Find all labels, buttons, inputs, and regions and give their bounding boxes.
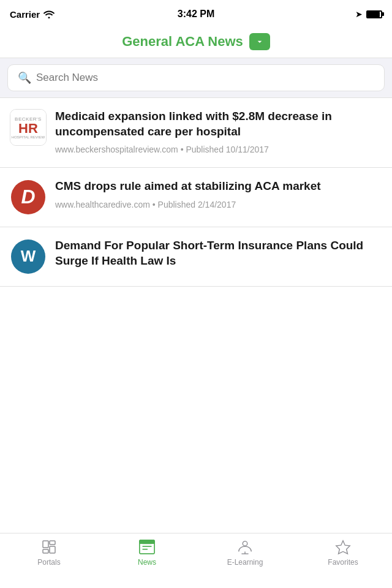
favorites-icon xyxy=(334,538,352,556)
svg-rect-0 xyxy=(43,541,48,548)
tab-favorites-label: Favorites xyxy=(328,558,358,567)
tab-elearning-label: E-Learning xyxy=(227,558,263,567)
news-meta-2: www.healthcaredive.com • Published 2/14/… xyxy=(55,199,382,211)
news-list: BECKER'S HR HOSPITAL REVIEW Medicaid exp… xyxy=(0,98,392,564)
carrier-text: Carrier xyxy=(10,9,40,20)
search-container: 🔍 xyxy=(0,58,392,98)
svg-rect-1 xyxy=(43,549,48,553)
search-input[interactable] xyxy=(36,72,374,84)
tab-favorites[interactable]: Favorites xyxy=(294,538,392,567)
dropdown-button[interactable] xyxy=(249,33,270,50)
news-title-3: Demand For Popular Short-Term Insurance … xyxy=(55,238,382,268)
tab-elearning[interactable]: E-Learning xyxy=(196,538,294,567)
header: General ACA News xyxy=(0,27,392,58)
svg-rect-8 xyxy=(140,540,154,544)
news-logo-hr: BECKER'S HR HOSPITAL REVIEW xyxy=(10,109,47,146)
status-bar: Carrier 3:42 PM ➤ xyxy=(0,0,392,27)
news-logo-d: D xyxy=(10,179,47,216)
portals-icon xyxy=(40,538,58,556)
news-item[interactable]: W Demand For Popular Short-Term Insuranc… xyxy=(0,227,392,287)
tab-bar: Portals News E-Learning xyxy=(0,533,392,588)
news-item[interactable]: D CMS drops rule aimed at stabilizing AC… xyxy=(0,168,392,227)
svg-point-9 xyxy=(243,541,247,546)
news-content-1: Medicaid expansion linked with $2.8M dec… xyxy=(55,109,382,156)
svg-rect-2 xyxy=(50,541,55,545)
news-title-2: CMS drops rule aimed at stabilizing ACA … xyxy=(55,179,382,194)
news-content-3: Demand For Popular Short-Term Insurance … xyxy=(55,238,382,273)
chevron-down-icon xyxy=(255,37,265,47)
tab-news-label: News xyxy=(138,558,156,567)
location-icon: ➤ xyxy=(355,9,363,19)
status-time: 3:42 PM xyxy=(178,9,214,20)
search-icon: 🔍 xyxy=(18,71,31,85)
tab-portals[interactable]: Portals xyxy=(0,538,98,567)
svg-rect-3 xyxy=(50,546,55,553)
news-item[interactable]: BECKER'S HR HOSPITAL REVIEW Medicaid exp… xyxy=(0,98,392,168)
news-icon xyxy=(138,538,156,556)
news-content-2: CMS drops rule aimed at stabilizing ACA … xyxy=(55,179,382,211)
elearning-icon xyxy=(236,538,254,556)
status-carrier: Carrier xyxy=(10,9,55,20)
search-bar[interactable]: 🔍 xyxy=(7,64,385,91)
svg-marker-12 xyxy=(336,541,350,554)
news-meta-1: www.beckershospitalreview.com • Publishe… xyxy=(55,144,382,156)
news-logo-wp: W xyxy=(10,238,47,275)
status-right: ➤ xyxy=(355,9,382,19)
main-content: 🔍 BECKER'S HR HOSPITAL REVIEW Medicaid e… xyxy=(0,58,392,564)
news-title-1: Medicaid expansion linked with $2.8M dec… xyxy=(55,109,382,139)
battery-icon xyxy=(366,10,382,18)
header-title: General ACA News xyxy=(122,34,243,50)
wifi-icon xyxy=(43,10,55,18)
tab-news[interactable]: News xyxy=(98,538,196,567)
tab-portals-label: Portals xyxy=(37,558,60,567)
